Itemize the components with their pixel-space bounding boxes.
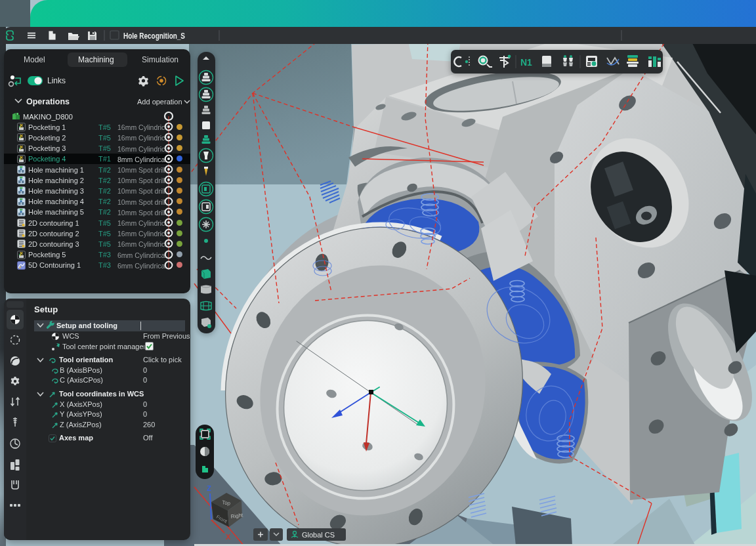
svg-text:Right: Right xyxy=(230,512,244,520)
svg-text:Top: Top xyxy=(222,499,232,507)
svg-text:Global CS: Global CS xyxy=(302,531,335,539)
svg-text:Z: Z xyxy=(207,484,211,492)
svg-text:X: X xyxy=(226,533,231,541)
